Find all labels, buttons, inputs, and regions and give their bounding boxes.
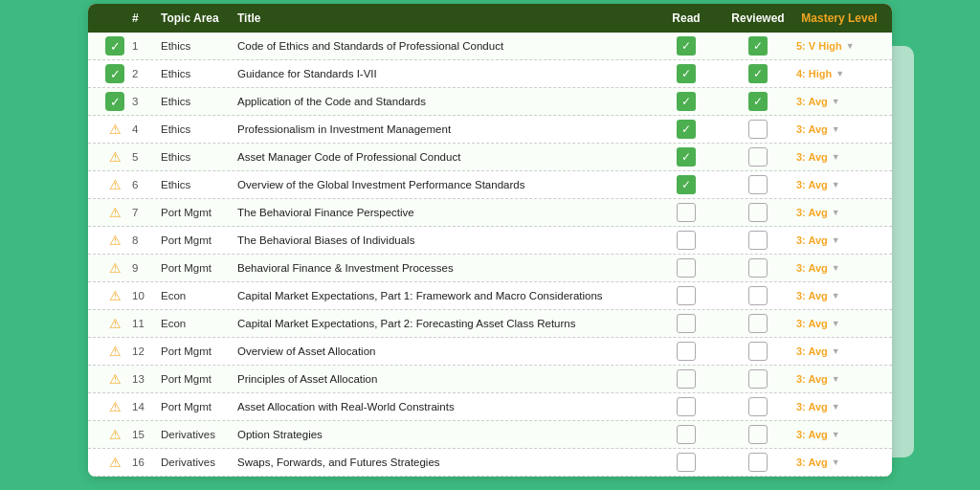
table-row[interactable]: ✓2EthicsGuidance for Standards I-VII✓✓4:… xyxy=(88,60,892,88)
table-row[interactable]: ⚠16DerivativesSwaps, Forwards, and Futur… xyxy=(88,449,892,477)
col-header-reviewed: Reviewed xyxy=(720,11,796,25)
row-read[interactable]: ✓ xyxy=(653,175,720,194)
mastery-dropdown-icon[interactable]: ▼ xyxy=(846,41,855,51)
row-reviewed[interactable] xyxy=(720,120,796,139)
row-reviewed[interactable]: ✓ xyxy=(720,64,796,83)
row-reviewed[interactable] xyxy=(720,314,796,333)
warn-icon: ⚠ xyxy=(105,203,124,222)
row-read[interactable] xyxy=(653,286,720,305)
row-reviewed[interactable]: ✓ xyxy=(720,92,796,111)
table-header: # Topic Area Title Read Reviewed Mastery… xyxy=(88,4,892,33)
row-mastery[interactable]: 3: Avg▼ xyxy=(796,123,882,135)
row-read[interactable]: ✓ xyxy=(653,64,720,83)
row-read[interactable]: ✓ xyxy=(653,92,720,111)
row-read[interactable] xyxy=(653,203,720,222)
mastery-dropdown-icon[interactable]: ▼ xyxy=(832,152,840,162)
table-row[interactable]: ⚠13Port MgmtPrinciples of Asset Allocati… xyxy=(88,366,892,393)
row-mastery[interactable]: 3: Avg▼ xyxy=(796,207,882,218)
row-area: Port Mgmt xyxy=(161,345,237,357)
row-mastery[interactable]: 3: Avg▼ xyxy=(796,179,882,190)
row-reviewed[interactable] xyxy=(720,203,796,222)
row-reviewed[interactable] xyxy=(720,258,796,278)
table-row[interactable]: ⚠15DerivativesOption Strategies3: Avg▼ xyxy=(88,421,892,449)
row-read[interactable]: ✓ xyxy=(653,120,720,139)
table-row[interactable]: ⚠10EconCapital Market Expectations, Part… xyxy=(88,282,892,310)
row-mastery[interactable]: 3: Avg▼ xyxy=(796,96,882,107)
row-mastery[interactable]: 3: Avg▼ xyxy=(796,373,882,385)
mastery-dropdown-icon[interactable]: ▼ xyxy=(832,124,840,134)
row-read[interactable] xyxy=(653,397,720,416)
warn-icon: ⚠ xyxy=(105,397,124,416)
mastery-dropdown-icon[interactable]: ▼ xyxy=(832,180,840,189)
mastery-dropdown-icon[interactable]: ▼ xyxy=(832,208,840,217)
row-num: 9 xyxy=(132,262,161,274)
table-row[interactable]: ⚠5EthicsAsset Manager Code of Profession… xyxy=(88,144,892,171)
mastery-dropdown-icon[interactable]: ▼ xyxy=(832,97,840,106)
row-reviewed[interactable] xyxy=(720,397,796,416)
row-area: Derivatives xyxy=(161,457,237,468)
row-title: Swaps, Forwards, and Futures Strategies xyxy=(237,457,653,468)
mastery-dropdown-icon[interactable]: ▼ xyxy=(832,402,840,412)
row-mastery[interactable]: 3: Avg▼ xyxy=(796,290,882,301)
row-read[interactable] xyxy=(653,369,720,389)
row-mastery[interactable]: 5: V High▼ xyxy=(796,40,882,52)
row-mastery[interactable]: 3: Avg▼ xyxy=(796,151,882,163)
row-mastery[interactable]: 4: High▼ xyxy=(796,68,882,79)
row-reviewed[interactable] xyxy=(720,425,796,444)
row-reviewed[interactable] xyxy=(720,342,796,361)
row-read[interactable] xyxy=(653,314,720,333)
row-read[interactable] xyxy=(653,342,720,361)
row-area: Econ xyxy=(161,318,237,329)
table-row[interactable]: ✓3EthicsApplication of the Code and Stan… xyxy=(88,88,892,116)
row-read[interactable]: ✓ xyxy=(653,147,720,167)
mastery-dropdown-icon[interactable]: ▼ xyxy=(832,457,840,467)
table-row[interactable]: ⚠11EconCapital Market Expectations, Part… xyxy=(88,310,892,338)
read-empty-icon xyxy=(677,231,696,250)
mastery-label: 3: Avg xyxy=(796,179,828,190)
mastery-dropdown-icon[interactable]: ▼ xyxy=(832,263,840,273)
row-title: Code of Ethics and Standards of Professi… xyxy=(237,40,653,52)
row-mastery[interactable]: 3: Avg▼ xyxy=(796,401,882,412)
row-reviewed[interactable] xyxy=(720,175,796,194)
table-row[interactable]: ⚠4EthicsProfessionalism in Investment Ma… xyxy=(88,116,892,144)
mastery-dropdown-icon[interactable]: ▼ xyxy=(832,235,840,245)
read-checked-icon: ✓ xyxy=(677,147,696,167)
row-mastery[interactable]: 3: Avg▼ xyxy=(796,234,882,246)
mastery-label: 3: Avg xyxy=(796,401,828,412)
table-row[interactable]: ⚠14Port MgmtAsset Allocation with Real-W… xyxy=(88,393,892,421)
row-read[interactable] xyxy=(653,453,720,472)
table-row[interactable]: ✓1EthicsCode of Ethics and Standards of … xyxy=(88,33,892,60)
row-reviewed[interactable] xyxy=(720,231,796,250)
row-num: 14 xyxy=(132,401,161,412)
table-row[interactable]: ⚠6EthicsOverview of the Global Investmen… xyxy=(88,171,892,199)
row-read[interactable]: ✓ xyxy=(653,36,720,56)
table-row[interactable]: ⚠8Port MgmtThe Behavioral Biases of Indi… xyxy=(88,227,892,255)
row-mastery[interactable]: 3: Avg▼ xyxy=(796,262,882,274)
row-reviewed[interactable] xyxy=(720,369,796,389)
table-row[interactable]: ⚠12Port MgmtOverview of Asset Allocation… xyxy=(88,338,892,366)
row-reviewed[interactable] xyxy=(720,286,796,305)
row-area: Derivatives xyxy=(161,429,237,440)
table-row[interactable]: ⚠7Port MgmtThe Behavioral Finance Perspe… xyxy=(88,199,892,227)
row-mastery[interactable]: 3: Avg▼ xyxy=(796,345,882,357)
row-read[interactable] xyxy=(653,231,720,250)
row-status-icon: ⚠ xyxy=(98,453,132,472)
mastery-dropdown-icon[interactable]: ▼ xyxy=(832,346,840,356)
row-mastery[interactable]: 3: Avg▼ xyxy=(796,429,882,440)
read-checked-icon: ✓ xyxy=(677,120,696,139)
row-reviewed[interactable] xyxy=(720,453,796,472)
row-reviewed[interactable] xyxy=(720,147,796,167)
row-status-icon: ⚠ xyxy=(98,147,132,167)
read-empty-icon xyxy=(677,203,696,222)
table-row[interactable]: ⚠9Port MgmtBehavioral Finance & Investme… xyxy=(88,255,892,282)
row-mastery[interactable]: 3: Avg▼ xyxy=(796,457,882,468)
row-read[interactable] xyxy=(653,425,720,444)
mastery-dropdown-icon[interactable]: ▼ xyxy=(835,69,844,78)
mastery-dropdown-icon[interactable]: ▼ xyxy=(832,291,840,301)
row-mastery[interactable]: 3: Avg▼ xyxy=(796,318,882,329)
row-reviewed[interactable]: ✓ xyxy=(720,36,796,56)
mastery-dropdown-icon[interactable]: ▼ xyxy=(832,430,840,439)
mastery-dropdown-icon[interactable]: ▼ xyxy=(832,319,840,328)
mastery-dropdown-icon[interactable]: ▼ xyxy=(832,374,840,384)
row-read[interactable] xyxy=(653,258,720,278)
